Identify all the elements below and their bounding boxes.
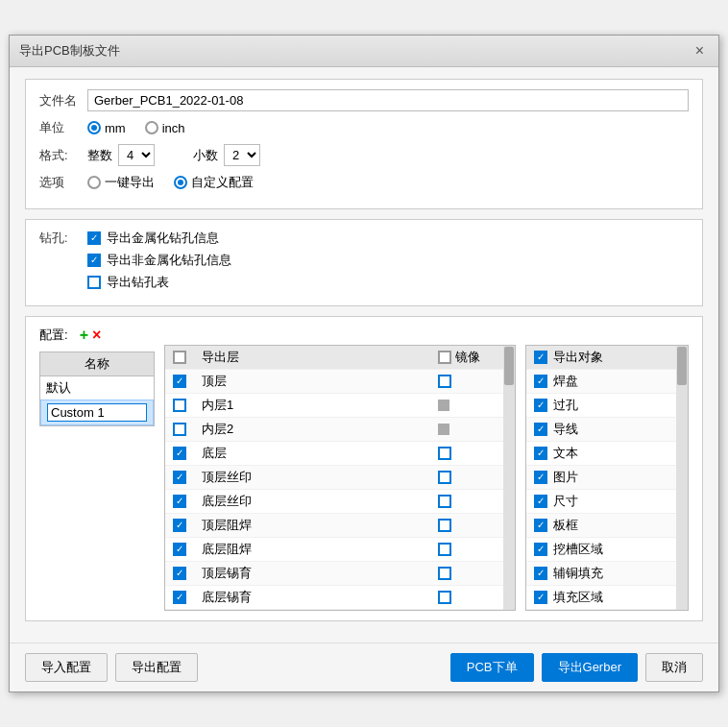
target-image-checkbox[interactable]: ✓ [534,471,547,484]
layer-panel: 导出层 镜像 ✓ 顶层 [164,345,516,611]
target-row-text: ✓ 文本 [526,442,676,466]
target-scrollbar[interactable] [676,346,688,610]
layer-top-mirror-checkbox[interactable] [438,375,451,388]
layer-bottom-paste-label: 底层锡育 [202,590,252,604]
config-item-default-label: 默认 [46,380,71,395]
layer-row-top-paste: ✓ 顶层锡育 [165,562,503,586]
target-dimension-label: 尺寸 [553,493,578,510]
config-item-custom1[interactable] [40,400,154,425]
target-fill-area-checkbox[interactable]: ✓ [534,591,547,604]
layer-top-paste-mirror-checkbox[interactable] [438,567,451,580]
unit-inch-radio[interactable] [145,121,158,134]
layer-bottom-paste-checkbox[interactable]: ✓ [173,591,186,604]
layer-bottom-paste-mirror-checkbox[interactable] [438,591,451,604]
layer-panel-spacer [164,327,516,341]
drill-table-row[interactable]: 导出钻孔表 [87,274,231,291]
layer-scrollbar-thumb[interactable] [504,347,514,385]
option-quick-item[interactable]: 一键导出 [87,174,155,191]
filename-input[interactable] [87,89,689,111]
layer-top-mask-mirror-checkbox[interactable] [438,519,451,532]
format-int-select[interactable]: 435 [118,144,155,166]
target-scrollbar-thumb[interactable] [677,347,687,385]
config-header: 配置: + × [39,327,155,344]
layer-scrollbar[interactable] [503,346,515,610]
layer-all-checkbox[interactable] [173,351,186,364]
layer-bottom-mask-mirror-checkbox[interactable] [438,543,451,556]
layer-bottom-silk-checkbox[interactable]: ✓ [173,495,186,508]
target-header-row: ✓ 导出对象 [526,346,676,370]
drill-non-metal-checkbox[interactable]: ✓ [87,254,101,267]
import-config-button[interactable]: 导入配置 [25,653,108,682]
target-trace-label: 导线 [553,421,578,438]
drill-metal-checkbox[interactable]: ✓ [87,231,101,245]
layer-top-checkbox[interactable]: ✓ [173,375,186,388]
target-dimension-checkbox[interactable]: ✓ [534,495,547,508]
close-button[interactable]: × [691,41,709,61]
cancel-button[interactable]: 取消 [645,653,703,682]
target-text-checkbox[interactable]: ✓ [534,447,547,460]
layer-top-silk-mirror-checkbox[interactable] [438,471,451,484]
layer-header-row: 导出层 镜像 [165,346,503,370]
layer-inner1-label: 内层1 [202,398,233,412]
option-custom-radio[interactable] [174,176,187,189]
layer-row-top-mask: ✓ 顶层阻焊 [165,514,503,538]
layer-top-paste-checkbox[interactable]: ✓ [173,567,186,580]
format-dec-select[interactable]: 234 [224,144,260,166]
layer-row-bottom-silk: ✓ 底层丝印 [165,490,503,514]
unit-inch-label: inch [162,121,185,135]
layer-bottom-silk-mirror-checkbox[interactable] [438,495,451,508]
layer-header-mirror: 镜像 [438,349,496,366]
layer-top-mask-label: 顶层阻焊 [202,518,252,532]
layer-bottom-silk-label: 底层丝印 [202,494,252,508]
target-panel-spacer [525,327,689,341]
target-copper-fill-checkbox[interactable]: ✓ [534,567,547,580]
drill-checkboxes: ✓ 导出金属化钻孔信息 ✓ 导出非金属化钻孔信息 导出钻孔表 [87,230,231,296]
target-board-checkbox[interactable]: ✓ [534,519,547,532]
unit-inch-option[interactable]: inch [145,121,185,135]
unit-mm-radio[interactable] [87,121,101,134]
target-row-fill-area: ✓ 填充区域 [526,586,676,610]
config-item-default[interactable]: 默认 [40,376,154,400]
dialog-title: 导出PCB制板文件 [19,42,120,60]
option-quick-label: 一键导出 [105,174,155,191]
unit-mm-option[interactable]: mm [87,121,126,135]
config-add-button[interactable]: + [80,327,88,344]
unit-label: 单位 [39,119,87,136]
dialog-footer: 导入配置 导出配置 PCB下单 导出Gerber 取消 [10,642,718,691]
layer-inner2-mirror-indicator [438,424,449,435]
option-quick-radio[interactable] [87,176,101,189]
layer-bottom-mirror-checkbox[interactable] [438,447,451,460]
target-all-checkbox[interactable]: ✓ [534,351,547,364]
export-config-button[interactable]: 导出配置 [115,653,198,682]
config-item-custom1-input[interactable] [47,403,147,422]
layer-inner2-checkbox[interactable] [173,423,186,436]
layer-top-mask-checkbox[interactable]: ✓ [173,519,186,532]
target-slot-checkbox[interactable]: ✓ [534,543,547,556]
target-trace-checkbox[interactable]: ✓ [534,423,547,436]
filename-row: 文件名 [39,89,689,111]
layer-bottom-checkbox[interactable]: ✓ [173,447,186,460]
drill-non-metal-row[interactable]: ✓ 导出非金属化钻孔信息 [87,252,231,269]
options-group: 一键导出 自定义配置 [87,174,254,191]
drill-non-metal-label: 导出非金属化钻孔信息 [107,252,231,269]
footer-right: PCB下单 导出Gerber 取消 [450,653,703,682]
pcb-order-button[interactable]: PCB下单 [450,653,534,682]
layer-inner1-checkbox[interactable] [173,399,186,412]
target-pad-checkbox[interactable]: ✓ [534,375,547,388]
layer-mirror-all-checkbox[interactable] [438,351,451,364]
option-custom-item[interactable]: 自定义配置 [174,174,254,191]
dialog-body: 文件名 单位 mm inch 格式: [10,67,718,642]
target-via-checkbox[interactable]: ✓ [534,399,547,412]
target-row-dimension: ✓ 尺寸 [526,490,676,514]
drill-metal-row[interactable]: ✓ 导出金属化钻孔信息 [87,230,231,247]
main-dialog: 导出PCB制板文件 × 文件名 单位 mm i [9,35,719,692]
target-board-label: 板框 [553,517,578,534]
config-del-button[interactable]: × [92,327,101,344]
layer-bottom-mask-checkbox[interactable]: ✓ [173,543,186,556]
options-label: 选项 [39,174,87,191]
drill-label: 钻孔: [39,230,87,247]
drill-table-checkbox[interactable] [87,276,101,289]
target-scroll-content: ✓ 导出对象 ✓ 焊盘 ✓ 过孔 [526,346,676,610]
export-gerber-button[interactable]: 导出Gerber [542,653,638,682]
layer-top-silk-checkbox[interactable]: ✓ [173,471,186,484]
